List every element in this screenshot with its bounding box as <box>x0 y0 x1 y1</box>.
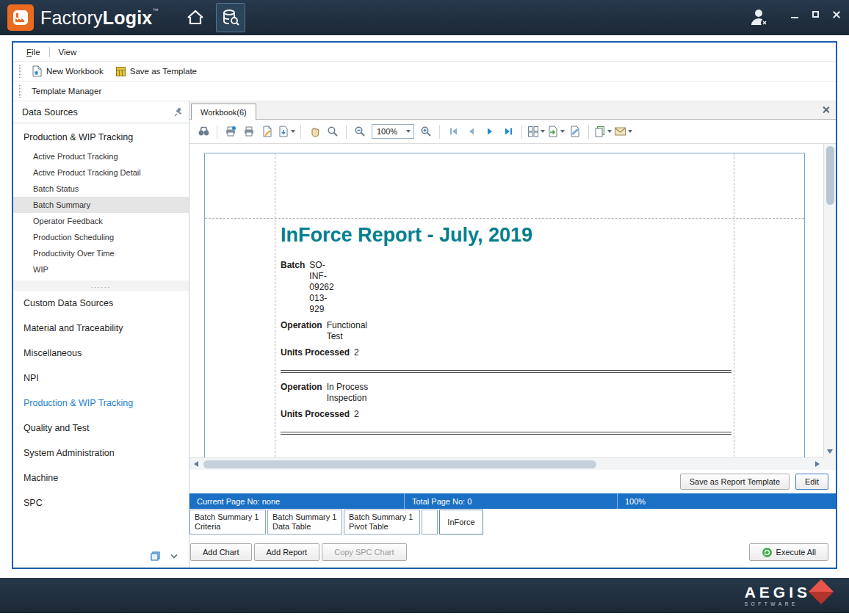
user-logout-button[interactable] <box>745 3 774 32</box>
menu-file[interactable]: File <box>21 46 46 59</box>
sidebar-category-miscellaneous[interactable]: Miscellaneous <box>13 341 189 366</box>
print-dialog-button[interactable] <box>223 123 239 139</box>
hand-tool-button[interactable] <box>306 123 322 139</box>
report-field-row: Units Processed 2 <box>281 409 731 420</box>
statusbar: Current Page No: none Total Page No: 0 1… <box>189 493 836 509</box>
sidebar-item-active-product-tracking-detail[interactable]: Active Product Tracking Detail <box>13 164 189 181</box>
sidebar-category-quality-and-test[interactable]: Quality and Test <box>13 416 189 441</box>
sidebar-item-batch-status[interactable]: Batch Status <box>13 181 189 197</box>
sidebar-item-production-scheduling[interactable]: Production Scheduling <box>13 229 189 245</box>
close-workbook-icon[interactable] <box>822 106 830 114</box>
field-label: Units Processed <box>281 347 350 358</box>
zoom-in-button[interactable] <box>418 123 434 139</box>
menu-view[interactable]: View <box>53 46 83 59</box>
data-analysis-button[interactable] <box>216 3 245 32</box>
scroll-left-button[interactable] <box>189 458 202 471</box>
aegis-logo: AEGIS SOFTWARE <box>745 584 830 606</box>
sheet-tab-batch-summary-criteria[interactable]: Batch Summary 1 Criteria <box>189 510 266 535</box>
margin-guide <box>734 153 734 457</box>
preview-horizontal-scrollbar[interactable] <box>189 457 823 470</box>
execute-all-button[interactable]: Execute All <box>749 543 828 561</box>
first-page-button[interactable] <box>445 123 461 139</box>
sidebar-category-npi[interactable]: NPI <box>13 366 189 391</box>
export-scale-dropdown[interactable] <box>278 126 295 137</box>
zoom-out-icon <box>354 126 366 137</box>
copy-dropdown[interactable] <box>594 126 612 137</box>
field-label: Units Processed <box>281 409 350 420</box>
scroll-down-button[interactable] <box>824 445 837 457</box>
workbook-tab[interactable]: Workbook(6) <box>191 104 256 120</box>
page-setup-button[interactable] <box>259 123 275 139</box>
find-button[interactable] <box>195 123 212 139</box>
new-workbook-button[interactable]: New Workbook <box>26 64 109 79</box>
zoom-level-value: 100% <box>377 127 397 136</box>
sidebar-category-custom-data-sources[interactable]: Custom Data Sources <box>13 291 189 316</box>
toolbar-grip[interactable] <box>19 65 21 78</box>
chevron-down-icon[interactable] <box>170 554 178 559</box>
sidebar-category-material-and-traceability[interactable]: Material and Traceability <box>13 316 189 341</box>
section-divider <box>281 370 731 373</box>
arrow-left-icon <box>194 461 198 467</box>
report-title: InForce Report - July, 2019 <box>281 224 731 247</box>
previous-page-button[interactable] <box>463 123 480 139</box>
preview-vertical-scrollbar[interactable] <box>823 144 836 457</box>
sidebar-category-machine[interactable]: Machine <box>13 465 189 490</box>
watermark-button[interactable] <box>567 123 583 139</box>
mail-icon <box>614 126 626 137</box>
scroll-right-button[interactable] <box>811 458 823 471</box>
add-report-button[interactable]: Add Report <box>254 543 320 561</box>
sheet-tab-batch-summary-data-table[interactable]: Batch Summary 1 Data Table <box>267 510 342 535</box>
zoom-level-select[interactable]: 100% <box>372 124 414 139</box>
multiple-pages-dropdown[interactable] <box>527 126 545 137</box>
home-button[interactable] <box>181 3 210 32</box>
maximize-button[interactable] <box>811 10 821 20</box>
magnifier-tool-button[interactable] <box>325 123 341 139</box>
sidebar-item-wip[interactable]: WIP <box>13 261 189 278</box>
pin-icon[interactable] <box>173 107 183 117</box>
template-manager-button[interactable]: Template Manager <box>26 85 107 97</box>
copy-spc-chart-button[interactable]: Copy SPC Chart <box>322 543 406 561</box>
save-as-template-button[interactable]: Save as Template <box>109 65 203 79</box>
field-label: Batch <box>281 260 305 315</box>
execute-all-label: Execute All <box>776 548 816 557</box>
zoom-out-button[interactable] <box>352 123 368 139</box>
edit-button[interactable]: Edit <box>795 474 828 490</box>
toolbar-grip[interactable] <box>19 85 21 98</box>
export-document-dropdown[interactable] <box>547 126 565 137</box>
magnifier-icon <box>327 126 339 137</box>
data-sources-header: Data Sources <box>13 101 189 123</box>
stack-windows-icon[interactable] <box>150 551 161 562</box>
sidebar-item-batch-summary[interactable]: Batch Summary <box>13 197 189 213</box>
sidebar-splitter[interactable]: ...... <box>13 280 189 291</box>
print-button[interactable] <box>241 123 257 139</box>
sidebar-item-operator-feedback[interactable]: Operator Feedback <box>13 213 189 229</box>
sidebar-group-title[interactable]: Production & WIP Tracking <box>13 123 189 148</box>
preview-toolbar: 100% <box>189 120 836 144</box>
sidebar-item-productivity-over-time[interactable]: Productivity Over Time <box>13 245 189 261</box>
sidebar-category-system-administration[interactable]: System Administration <box>13 441 189 465</box>
sidebar-item-active-product-tracking[interactable]: Active Product Tracking <box>13 148 189 164</box>
margin-guide <box>205 218 804 219</box>
save-as-report-template-button[interactable]: Save as Report Template <box>680 474 790 490</box>
sheet-tab-inforce[interactable]: InForce <box>439 510 483 535</box>
minimize-button[interactable] <box>790 10 801 20</box>
send-mail-dropdown[interactable] <box>614 126 632 137</box>
vscroll-thumb[interactable] <box>826 146 834 205</box>
nav-previous-icon <box>467 127 476 136</box>
last-page-button[interactable] <box>500 123 516 139</box>
next-page-button[interactable] <box>482 123 498 139</box>
sheet-tab-batch-summary-pivot-table[interactable]: Batch Summary 1 Pivot Table <box>344 510 420 535</box>
close-button[interactable] <box>831 10 842 20</box>
sidebar-category-production-wip-tracking[interactable]: Production & WIP Tracking <box>13 391 189 416</box>
new-workbook-icon <box>32 65 43 77</box>
field-value: SO- INF- 09262 013- 929 <box>309 260 362 315</box>
printer-options-icon <box>225 126 236 137</box>
nav-last-icon <box>504 127 513 136</box>
copy-icon <box>594 126 606 137</box>
dropdown-caret-icon <box>607 130 612 133</box>
nav-next-icon <box>485 127 494 136</box>
hscroll-thumb[interactable] <box>203 460 596 468</box>
add-chart-button[interactable]: Add Chart <box>190 543 252 561</box>
sidebar-category-spc[interactable]: SPC <box>13 490 189 515</box>
status-current-page: Current Page No: none <box>189 493 404 509</box>
